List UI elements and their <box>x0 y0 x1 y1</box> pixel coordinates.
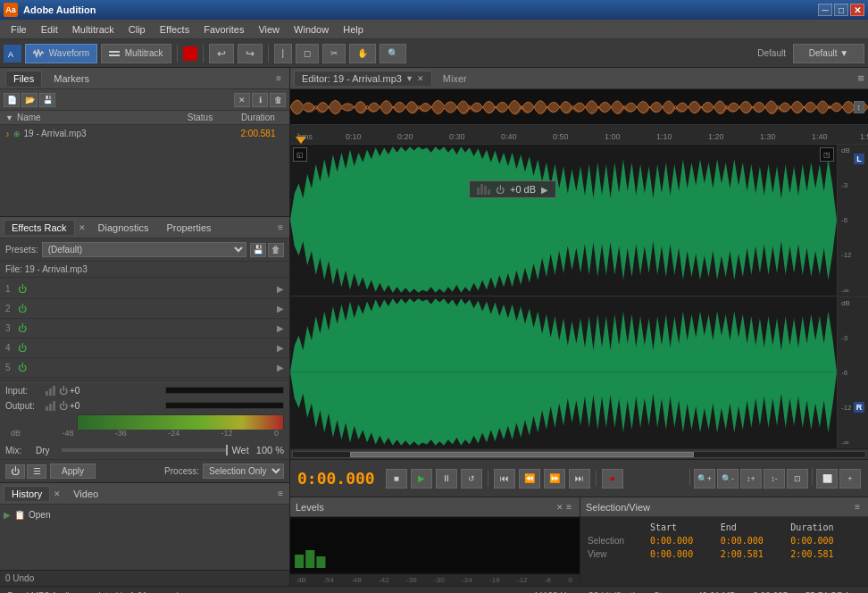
zoom-more-button[interactable]: + <box>839 469 861 489</box>
pause-button[interactable]: ⏸ <box>436 469 457 489</box>
waveform-mode-button[interactable]: Waveform <box>25 44 97 63</box>
zoom-tool[interactable]: 🔍 <box>380 44 406 63</box>
slot-arrow-5[interactable]: ▶ <box>277 363 284 372</box>
sel-row2-end[interactable]: 2:00.581 <box>721 549 791 559</box>
slot-arrow-4[interactable]: ▶ <box>277 343 284 353</box>
sel-row1-end[interactable]: 0:00.000 <box>721 536 791 546</box>
zoom-fit-button[interactable]: ⊡ <box>787 469 808 489</box>
effects-panel-menu[interactable]: ≡ <box>275 221 286 233</box>
editor-tab-dropdown[interactable]: ▼ <box>405 74 413 83</box>
menu-window[interactable]: Window <box>287 22 336 37</box>
undo-button[interactable]: ↩ <box>209 44 234 63</box>
minimize-button[interactable]: ─ <box>818 4 832 16</box>
zoom-in-h-button[interactable]: 🔍+ <box>694 469 715 489</box>
multitrack-mode-button[interactable]: Multitrack <box>101 44 171 63</box>
menu-help[interactable]: Help <box>336 22 371 37</box>
open-file-button[interactable]: 📂 <box>21 93 38 107</box>
effects-rack-close[interactable]: ✕ <box>79 223 86 232</box>
amp-power-icon[interactable]: ⏻ <box>496 185 505 195</box>
menu-edit[interactable]: Edit <box>34 22 65 37</box>
zoom-out-h-button[interactable]: 🔍- <box>717 469 739 489</box>
zoom-full-button[interactable]: ⬜ <box>816 469 838 489</box>
selection-menu[interactable]: ≡ <box>852 501 863 513</box>
input-volume-icon[interactable] <box>45 384 57 397</box>
process-select[interactable]: Selection Only Entire File <box>203 464 284 479</box>
files-panel-menu[interactable]: ≡ <box>273 72 284 84</box>
rewind-button[interactable]: ⏪ <box>519 469 540 489</box>
waveform-overview[interactable]: ↕ <box>290 89 868 125</box>
to-start-button[interactable]: ⏮ <box>494 469 515 489</box>
h-scrollbar-thumb[interactable] <box>350 452 694 457</box>
hand-tool[interactable]: ✋ <box>349 44 376 63</box>
tab-video[interactable]: Video <box>66 487 105 501</box>
play-button[interactable]: ▶ <box>411 469 432 489</box>
mixer-tab[interactable]: Mixer <box>436 71 474 86</box>
maximize-button[interactable]: □ <box>834 4 848 16</box>
close-button[interactable]: ✕ <box>850 4 864 16</box>
col-name[interactable]: ▼ Name <box>0 111 173 124</box>
slot-arrow-1[interactable]: ▶ <box>277 284 284 294</box>
menu-view[interactable]: View <box>251 22 287 37</box>
input-power-icon[interactable]: ⏻ <box>59 386 68 396</box>
editor-tab-close[interactable]: ✕ <box>417 74 424 83</box>
new-file-button[interactable]: 📄 <box>4 93 20 107</box>
file-row-1[interactable]: ♪ ⊕ 19 - Arrival.mp3 2:00.581 <box>0 125 289 142</box>
history-close[interactable]: ✕ <box>54 489 61 498</box>
menu-multitrack[interactable]: Multitrack <box>65 22 121 37</box>
mix-slider-track[interactable] <box>62 448 228 452</box>
save-preset-button[interactable]: 💾 <box>250 243 266 257</box>
delete-file-button[interactable]: 🗑 <box>270 93 286 107</box>
effects-list-button[interactable]: ☰ <box>27 464 46 479</box>
channel-top-collapse[interactable]: ◳ <box>820 147 834 162</box>
mix-slider-thumb[interactable] <box>226 445 228 455</box>
slot-arrow-3[interactable]: ▶ <box>277 323 284 333</box>
apply-button[interactable]: Apply <box>50 464 96 479</box>
tab-effects-rack[interactable]: Effects Rack <box>4 220 75 235</box>
menu-clip[interactable]: Clip <box>121 22 153 37</box>
stop-button[interactable]: ■ <box>386 469 407 489</box>
menu-effects[interactable]: Effects <box>153 22 196 37</box>
slot-power-1[interactable]: ⏻ <box>18 284 27 294</box>
redo-button[interactable]: ↪ <box>238 44 263 63</box>
editor-panel-menu[interactable]: ≡ <box>857 71 864 85</box>
effect-slot-5[interactable]: 5 ⏻ ▶ <box>0 358 289 378</box>
slot-power-2[interactable]: ⏻ <box>18 304 27 313</box>
delete-preset-button[interactable]: 🗑 <box>268 243 284 257</box>
sel-row2-duration[interactable]: 2:00.581 <box>790 549 861 559</box>
output-power-icon[interactable]: ⏻ <box>59 401 68 411</box>
forward-button[interactable]: ⏩ <box>544 469 565 489</box>
record-button[interactable]: ● <box>602 469 623 489</box>
h-scrollbar-track[interactable] <box>292 451 866 458</box>
overview-scroll-button[interactable]: ↕ <box>854 101 865 113</box>
cursor-tool[interactable]: | <box>274 44 293 63</box>
horizontal-scrollbar[interactable] <box>290 448 868 459</box>
tab-diagnostics[interactable]: Diagnostics <box>91 221 156 235</box>
slot-arrow-2[interactable]: ▶ <box>277 304 284 313</box>
effect-slot-4[interactable]: 4 ⏻ ▶ <box>0 338 289 358</box>
razor-tool[interactable]: ✂ <box>322 44 346 63</box>
tab-files[interactable]: Files <box>5 71 42 87</box>
slot-power-5[interactable]: ⏻ <box>18 363 27 372</box>
history-panel-menu[interactable]: ≡ <box>275 488 286 499</box>
history-item-1[interactable]: ▶ 📋 Open <box>4 508 286 522</box>
zoom-out-v-button[interactable]: ↕- <box>764 469 785 489</box>
effects-power-button[interactable]: ⏻ <box>5 464 25 479</box>
sel-row2-start[interactable]: 0:00.000 <box>650 549 721 559</box>
levels-close[interactable]: ✕ <box>556 503 563 512</box>
menu-file[interactable]: File <box>4 22 34 37</box>
levels-menu[interactable]: ≡ <box>563 501 574 513</box>
effect-slot-3[interactable]: 3 ⏻ ▶ <box>0 319 289 338</box>
loop-button[interactable]: ↺ <box>461 469 482 489</box>
presets-select[interactable]: (Default) <box>42 242 246 257</box>
tab-markers[interactable]: Markers <box>46 71 97 87</box>
waveform-canvas-area[interactable]: ⏻ +0 dB ▶ // Inline SVG path generation … <box>290 145 868 448</box>
marquee-tool[interactable]: ◻ <box>296 44 319 63</box>
sel-row1-duration[interactable]: 0:00.000 <box>790 536 861 546</box>
to-end-button[interactable]: ⏭ <box>569 469 590 489</box>
output-volume-icon[interactable] <box>45 399 57 412</box>
slot-power-3[interactable]: ⏻ <box>18 323 27 333</box>
effect-slot-2[interactable]: 2 ⏻ ▶ <box>0 299 289 319</box>
effect-slot-1[interactable]: 1 ⏻ ▶ <box>0 280 289 299</box>
menu-favorites[interactable]: Favorites <box>196 22 251 37</box>
zoom-in-v-button[interactable]: ↕+ <box>740 469 762 489</box>
